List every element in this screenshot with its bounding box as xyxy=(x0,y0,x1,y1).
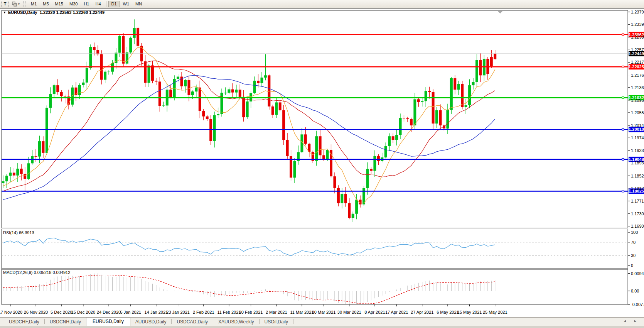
hline-handle[interactable] xyxy=(622,34,624,36)
svg-text:1.18930: 1.18930 xyxy=(631,161,644,165)
svg-text:70: 70 xyxy=(631,240,636,245)
svg-text:1.20950: 1.20950 xyxy=(631,98,644,103)
chart-title: ▼EURUSD,Daily 1.22320 1.22563 1.22260 1.… xyxy=(3,10,105,15)
macd-indicator-label: MACD(12,26,9) 0.005218 0.004912 xyxy=(3,270,70,275)
hline-handle[interactable] xyxy=(622,190,624,192)
mt4-chart-window: T ▾ M1M5M15M30H1H4D1W1MN 1.230621.220251… xyxy=(0,0,644,328)
chart-canvas[interactable]: 1.230621.220251.210321.200101.190481.180… xyxy=(0,0,644,328)
svg-text:20 Mar 2021: 20 Mar 2021 xyxy=(312,310,336,314)
svg-text:1.18120: 1.18120 xyxy=(631,186,644,191)
svg-text:26 Nov 2020: 26 Nov 2020 xyxy=(24,310,48,314)
svg-text:1.20010: 1.20010 xyxy=(629,127,644,132)
tab-scroll-arrows[interactable]: ◄ ► xyxy=(623,319,640,323)
svg-text:1.22025: 1.22025 xyxy=(629,64,644,69)
svg-text:24 Dec 2020: 24 Dec 2020 xyxy=(97,310,121,314)
rsi-indicator-label: RSI(14) 66.3913 xyxy=(3,230,34,235)
svg-text:8 Apr 2021: 8 Apr 2021 xyxy=(364,310,385,314)
svg-text:27 Apr 2021: 27 Apr 2021 xyxy=(411,310,433,314)
hline-handle[interactable] xyxy=(622,128,624,130)
svg-text:-0.007778: -0.007778 xyxy=(631,302,644,307)
rsi-panel xyxy=(2,229,628,269)
svg-text:1.18520: 1.18520 xyxy=(631,174,644,178)
date-axis[interactable]: 17 Nov 202026 Nov 20205 Dec 202015 Dec 2… xyxy=(0,304,507,314)
symbol-name: EURUSD,Daily xyxy=(8,10,37,15)
hline-handle[interactable] xyxy=(622,158,624,160)
svg-text:30: 30 xyxy=(631,253,636,258)
svg-text:2 Mar 2021: 2 Mar 2021 xyxy=(266,310,287,314)
svg-text:1.17710: 1.17710 xyxy=(631,199,644,203)
svg-text:15 May 2021: 15 May 2021 xyxy=(457,310,482,314)
svg-text:1.22449: 1.22449 xyxy=(629,51,644,56)
main-chart-panel xyxy=(2,10,628,228)
svg-text:1.16900: 1.16900 xyxy=(631,224,644,228)
price-axis[interactable]: 1.237901.233901.229801.225701.221701.217… xyxy=(628,10,644,228)
svg-text:1.22170: 1.22170 xyxy=(631,60,644,64)
svg-text:11 Mar 2021: 11 Mar 2021 xyxy=(290,310,314,314)
svg-text:1.19740: 1.19740 xyxy=(631,135,644,140)
hline-handle[interactable] xyxy=(622,66,624,68)
ohlc-values: 1.22320 1.22563 1.22260 1.22449 xyxy=(40,10,105,15)
svg-text:17 Nov 2020: 17 Nov 2020 xyxy=(0,310,22,314)
svg-text:1.21360: 1.21360 xyxy=(631,85,644,90)
svg-text:0.009478: 0.009478 xyxy=(631,271,644,276)
svg-text:2 Feb 2021: 2 Feb 2021 xyxy=(193,310,214,314)
hline-handle[interactable] xyxy=(622,97,624,99)
svg-text:1.19330: 1.19330 xyxy=(631,148,644,153)
svg-text:11 Feb 2021: 11 Feb 2021 xyxy=(217,310,241,314)
svg-text:0: 0 xyxy=(631,263,633,268)
svg-text:1.22980: 1.22980 xyxy=(631,35,644,39)
svg-text:1.17300: 1.17300 xyxy=(631,211,644,216)
svg-text:5 Dec 2020: 5 Dec 2020 xyxy=(51,310,72,314)
svg-text:25 May 2021: 25 May 2021 xyxy=(483,310,507,314)
svg-text:1.20140: 1.20140 xyxy=(631,123,644,128)
svg-text:6 May 2021: 6 May 2021 xyxy=(437,310,459,314)
svg-text:0.00: 0.00 xyxy=(631,289,639,293)
svg-text:14 Jan 2021: 14 Jan 2021 xyxy=(145,310,168,314)
svg-text:30 Mar 2021: 30 Mar 2021 xyxy=(337,310,361,314)
svg-text:1.20550: 1.20550 xyxy=(631,110,644,115)
svg-text:1.23790: 1.23790 xyxy=(631,10,644,14)
svg-text:15 Dec 2020: 15 Dec 2020 xyxy=(71,310,95,314)
symbol-dropdown-icon[interactable]: ▼ xyxy=(3,11,6,14)
svg-text:17 Apr 2021: 17 Apr 2021 xyxy=(385,310,408,314)
svg-text:100: 100 xyxy=(631,230,638,235)
svg-text:1.21760: 1.21760 xyxy=(631,73,644,78)
svg-text:5 Jan 2021: 5 Jan 2021 xyxy=(120,310,141,314)
svg-text:23 Jan 2021: 23 Jan 2021 xyxy=(166,310,190,314)
svg-text:1.23390: 1.23390 xyxy=(631,22,644,27)
panel-frames xyxy=(2,10,628,304)
svg-text:20 Feb 2021: 20 Feb 2021 xyxy=(239,310,263,314)
